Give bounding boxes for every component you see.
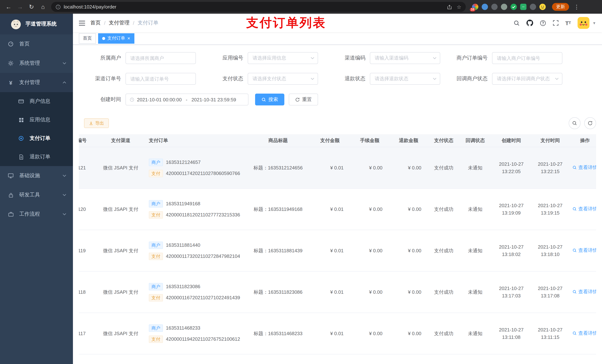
filter-label-pay-status: 支付状态 <box>201 75 248 82</box>
chevron-down-icon <box>63 175 66 177</box>
refresh-table-button[interactable] <box>584 117 596 129</box>
refund-status-select[interactable]: 请选择退款状态 <box>370 73 440 85</box>
avatar <box>578 17 589 29</box>
logo-avatar <box>10 19 22 30</box>
order-table: 编号 支付渠道 支付订单 商品标题 支付金额 手续金额 退款金额 支付状态 回调… <box>79 134 596 364</box>
sidebar-toggle-icon[interactable] <box>79 20 85 26</box>
sidebar-item-payment[interactable]: ¥ 支付管理 <box>0 73 73 92</box>
filter-label-channel-code: 渠道编码 <box>323 55 370 62</box>
pay-tag: 支付 <box>149 170 163 177</box>
filter-label-create-time: 创建时间 <box>79 96 126 103</box>
tab-pay-order[interactable]: 支付订单 × <box>98 33 134 43</box>
callback-status-select[interactable]: 请选择订单回调商户状态 <box>492 73 562 85</box>
table-row[interactable]: 119 微信 JSAPI 支付 商户1635311881440 支付420000… <box>79 230 596 271</box>
site-info-icon[interactable] <box>55 4 61 10</box>
extension-sage-icon[interactable] <box>501 4 507 10</box>
extensions-area: 10 更新 ⋮ <box>472 3 580 11</box>
date-end-value: 2021-10-31 23:59:59 <box>191 97 236 102</box>
view-detail-link[interactable]: 查看详情 <box>572 329 596 337</box>
chevron-down-icon <box>63 213 66 215</box>
chevron-down-icon <box>63 62 66 64</box>
screen: ← → ↻ ⌂ localhost:1024/pay/order ☆ 10 <box>0 0 602 364</box>
extension-blue-icon[interactable] <box>482 4 488 10</box>
merchant-order-no-input[interactable] <box>492 52 562 64</box>
user-menu[interactable]: ▼ <box>578 17 596 29</box>
extension-check-icon[interactable] <box>511 4 517 10</box>
sidebar-item-infra[interactable]: 基础设施 <box>0 166 73 185</box>
merchant-tag: 商户 <box>149 158 163 166</box>
sidebar-item-pay-order[interactable]: 支付订单 <box>0 129 73 148</box>
table-row[interactable]: 117 微信 JSAPI 支付 商户1635311468233 支付420000… <box>79 313 596 354</box>
browser-update-button[interactable]: 更新 <box>552 3 569 11</box>
filter-label-channel-order-no: 渠道订单号 <box>79 75 126 82</box>
github-icon[interactable] <box>527 20 533 26</box>
owner-merchant-input[interactable] <box>126 52 196 64</box>
fullscreen-icon[interactable] <box>553 20 559 26</box>
annotation-title: 支付订单列表 <box>246 15 326 31</box>
pay-tag: 支付 <box>149 211 163 218</box>
help-icon[interactable] <box>540 20 546 26</box>
sidebar-item-dev-tools[interactable]: 研发工具 <box>0 185 73 205</box>
extension-gray-icon[interactable] <box>491 4 498 10</box>
sidebar-item-system[interactable]: 系统管理 <box>0 54 73 73</box>
browser-menu-icon[interactable]: ⋮ <box>574 3 580 10</box>
chevron-down-icon <box>555 78 559 80</box>
chevron-down-icon <box>63 194 66 196</box>
lock-icon <box>7 192 14 198</box>
font-size-icon[interactable]: TT <box>565 20 571 26</box>
home-icon[interactable]: ⌂ <box>40 4 46 10</box>
yen-icon: ¥ <box>7 80 14 85</box>
reload-icon[interactable]: ↻ <box>28 4 35 10</box>
view-detail-link[interactable]: 查看详情 <box>572 247 596 254</box>
extension-pin-icon[interactable] <box>530 4 536 10</box>
breadcrumb-home[interactable]: 首页 <box>90 20 101 26</box>
app-title: 芋道管理系统 <box>26 21 57 27</box>
view-detail-link[interactable]: 查看详情 <box>572 288 596 295</box>
tab-home[interactable]: 首页 <box>79 33 96 43</box>
view-detail-link[interactable]: 查看详情 <box>572 205 596 213</box>
sidebar-item-workflow[interactable]: 工作流程 <box>0 205 73 224</box>
gear-icon <box>7 60 14 66</box>
sidebar-item-home[interactable]: 首页 <box>0 34 73 54</box>
sidebar-item-app-info[interactable]: 应用信息 <box>0 111 73 129</box>
toggle-search-button[interactable] <box>569 117 580 129</box>
sidebar-item-refund-order[interactable]: 退款订单 <box>0 148 73 166</box>
clock-icon <box>129 97 134 102</box>
chevron-down-icon: ▼ <box>592 21 596 25</box>
table-row[interactable]: 120 微信 JSAPI 支付 商户1635311949168 支付420000… <box>79 188 596 230</box>
create-time-range-picker[interactable]: 2021-10-01 00:00:00 - 2021-10-31 23:59:5… <box>126 94 248 105</box>
target-icon <box>18 135 24 141</box>
search-button[interactable]: 搜索 <box>255 94 284 105</box>
address-bar[interactable]: localhost:1024/pay/order ☆ <box>51 2 466 12</box>
export-button[interactable]: 导出 <box>84 118 109 128</box>
back-icon[interactable]: ← <box>5 4 12 10</box>
extension-colorwheel-icon[interactable]: 10 <box>472 4 478 10</box>
share-icon[interactable] <box>447 4 452 10</box>
extension-chat-icon[interactable] <box>520 4 527 10</box>
channel-code-select[interactable]: 请输入渠道编码 <box>370 52 440 64</box>
pay-status-select[interactable]: 请选择支付状态 <box>248 73 318 85</box>
breadcrumb-payment[interactable]: 支付管理 <box>109 20 129 26</box>
pay-tag: 支付 <box>149 294 163 301</box>
filter-label-owner-merchant: 所属商户 <box>79 55 126 62</box>
app-no-select[interactable]: 请选择应用信息 <box>248 52 318 64</box>
close-icon[interactable]: × <box>127 36 130 41</box>
breadcrumb-current: 支付订单 <box>138 20 159 26</box>
card-icon <box>18 98 24 104</box>
dashboard-icon <box>7 41 14 47</box>
view-detail-link[interactable]: 查看详情 <box>572 164 596 171</box>
table-row[interactable]: 商户1635311951726 <box>79 354 596 364</box>
profile-smiley-icon[interactable] <box>539 4 546 10</box>
channel-order-no-input[interactable] <box>126 73 196 85</box>
breadcrumb: 首页 / 支付管理 / 支付订单 <box>90 20 159 26</box>
table-row[interactable]: 118 微信 JSAPI 支付 商户1635311823086 支付420000… <box>79 271 596 313</box>
merchant-tag: 商户 <box>149 241 163 249</box>
app-logo[interactable]: 芋道管理系统 <box>0 14 73 34</box>
forward-icon[interactable]: → <box>17 4 23 10</box>
extension-badge: 10 <box>470 8 475 11</box>
reset-button[interactable]: 重置 <box>289 94 318 105</box>
search-icon[interactable] <box>514 20 520 26</box>
sidebar-item-merchant-info[interactable]: 商户信息 <box>0 92 73 111</box>
table-row[interactable]: 121 微信 JSAPI 支付 商户1635312124657 支付420000… <box>79 147 596 188</box>
bookmark-star-icon[interactable]: ☆ <box>457 4 461 10</box>
